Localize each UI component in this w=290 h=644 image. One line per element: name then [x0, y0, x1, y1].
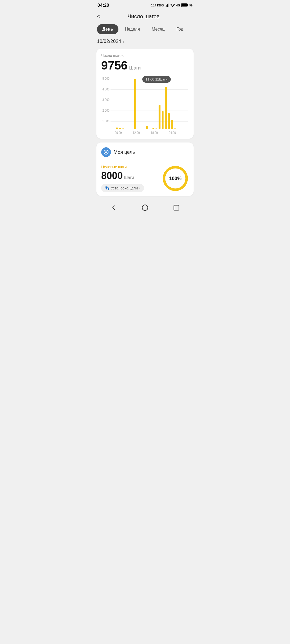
set-goal-label: Установка цели: [111, 186, 138, 190]
status-time: 04:20: [97, 3, 109, 8]
back-button[interactable]: <: [97, 12, 103, 21]
goal-icon: [101, 147, 111, 157]
set-goal-button[interactable]: 👣 Установка цели ›: [101, 184, 144, 192]
svg-rect-25: [122, 129, 124, 129]
steps-number: 9756: [101, 59, 128, 72]
goal-target-number: 8000: [101, 170, 123, 181]
4g-label: 4G: [176, 4, 180, 7]
steps-card-label: Число шагов: [101, 53, 189, 58]
svg-rect-22: [113, 129, 115, 129]
steps-value-row: 9756 Шаги: [101, 59, 189, 72]
svg-text:06:00: 06:00: [115, 131, 122, 134]
tab-week[interactable]: Неделя: [119, 24, 145, 34]
nav-recent-button[interactable]: [172, 203, 181, 213]
date-chevron-icon: ›: [123, 39, 124, 44]
svg-rect-32: [165, 87, 167, 129]
svg-rect-29: [155, 129, 157, 129]
signal-icon: [165, 3, 169, 8]
chart-tooltip: 11:00 11Шаги: [142, 76, 171, 83]
goal-title: Моя цель: [114, 149, 135, 155]
svg-point-40: [142, 205, 148, 211]
wifi-icon: [170, 3, 175, 8]
svg-rect-31: [162, 111, 164, 129]
goal-target-unit: Шаги: [124, 175, 134, 180]
svg-rect-41: [174, 205, 179, 210]
tab-month[interactable]: Месяц: [146, 24, 170, 34]
svg-text:1 000: 1 000: [102, 119, 109, 123]
goal-target-value: 8000 Шаги: [101, 170, 144, 181]
date-selector[interactable]: 10/02/2024 ›: [93, 38, 197, 49]
svg-text:4 000: 4 000: [102, 87, 109, 91]
nav-home-button[interactable]: [140, 203, 150, 213]
svg-rect-28: [153, 128, 154, 129]
network-speed: 0.17 KB/S: [151, 4, 164, 7]
goal-feet-icon: 👣: [105, 186, 110, 190]
svg-point-37: [104, 150, 108, 154]
page-title: Число шагов: [103, 13, 184, 20]
goal-left: Целевые шаги 8000 Шаги 👣 Установка цели …: [101, 165, 144, 192]
goal-body: Целевые шаги 8000 Шаги 👣 Установка цели …: [101, 165, 189, 192]
svg-text:2 000: 2 000: [102, 109, 109, 112]
svg-text:24:00: 24:00: [169, 131, 176, 134]
svg-rect-27: [146, 126, 148, 129]
svg-rect-30: [159, 105, 161, 129]
nav-bar: [93, 200, 197, 217]
battery-percent: 99: [189, 4, 193, 7]
tab-year[interactable]: Год: [171, 24, 189, 34]
svg-text:12:00: 12:00: [133, 131, 140, 134]
steps-chart: 11:00 11Шаги 5 000 4 000 3 000 2 000 1 0…: [101, 76, 189, 135]
svg-rect-6: [182, 4, 187, 7]
svg-text:3 000: 3 000: [102, 98, 109, 102]
progress-label: 100%: [169, 176, 182, 181]
svg-rect-34: [171, 120, 173, 129]
header: < Число шагов: [93, 10, 197, 24]
steps-chart-card: Число шагов 9756 Шаги 11:00 11Шаги 5 000…: [96, 49, 194, 139]
goal-header: Моя цель: [101, 147, 189, 161]
steps-unit: Шаги: [129, 65, 141, 71]
svg-rect-35: [174, 129, 176, 129]
svg-rect-24: [119, 128, 121, 129]
nav-back-button[interactable]: [109, 203, 118, 213]
battery-icon: [181, 3, 188, 8]
svg-text:18:00: 18:00: [151, 131, 158, 134]
svg-rect-33: [168, 113, 170, 129]
goal-target-label: Целевые шаги: [101, 165, 144, 169]
goal-card: Моя цель Целевые шаги 8000 Шаги 👣 Устано…: [96, 142, 194, 196]
status-icons: 0.17 KB/S 4G 99: [151, 3, 193, 8]
svg-text:5 000: 5 000: [102, 77, 109, 80]
status-bar: 04:20 0.17 KB/S 4G: [93, 0, 197, 10]
tabs-bar: День Неделя Месяц Год: [93, 24, 197, 38]
progress-circle: 100%: [162, 165, 189, 192]
current-date: 10/02/2024: [97, 39, 121, 44]
set-goal-arrow: ›: [139, 186, 140, 190]
svg-rect-23: [116, 128, 118, 129]
chart-svg: 5 000 4 000 3 000 2 000 1 000 06:00 12:0…: [101, 76, 189, 135]
tab-day[interactable]: День: [97, 24, 118, 34]
